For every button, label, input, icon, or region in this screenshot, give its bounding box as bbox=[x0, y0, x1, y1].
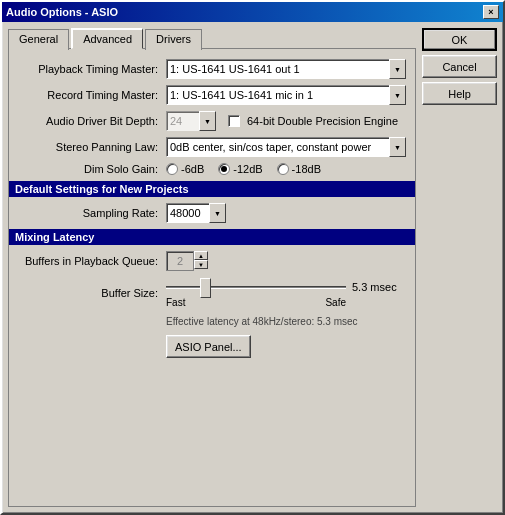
sampling-rate-row: Sampling Rate: 44100480008820096000 ▼ bbox=[17, 203, 407, 223]
dim-solo-neg18: -18dB bbox=[277, 163, 321, 175]
effective-latency-row: Effective latency at 48kHz/stereo: 5.3 m… bbox=[17, 314, 407, 327]
effective-latency-text: Effective latency at 48kHz/stereo: 5.3 m… bbox=[166, 316, 358, 327]
playback-timing-select-wrapper: 1: US-1641 US-1641 out 1 ▼ bbox=[166, 59, 406, 79]
dim-solo-neg6-radio[interactable] bbox=[166, 163, 178, 175]
dim-solo-neg18-label: -18dB bbox=[292, 163, 321, 175]
window-title: Audio Options - ASIO bbox=[6, 6, 118, 18]
buffers-queue-row: Buffers in Playback Queue: ▲ ▼ bbox=[17, 251, 407, 271]
record-timing-label: Record Timing Master: bbox=[17, 89, 162, 101]
mixing-latency-header: Mixing Latency bbox=[9, 229, 415, 245]
buffers-queue-spinbox: ▲ ▼ bbox=[166, 251, 208, 271]
dim-solo-neg12: -12dB bbox=[218, 163, 262, 175]
cancel-button[interactable]: Cancel bbox=[422, 55, 497, 78]
window-body: General Advanced Drivers Playback Timing… bbox=[2, 22, 503, 513]
buffers-queue-down-btn[interactable]: ▼ bbox=[194, 260, 208, 269]
precision-label: 64-bit Double Precision Engine bbox=[247, 115, 398, 127]
buffers-queue-label: Buffers in Playback Queue: bbox=[17, 255, 162, 267]
bit-depth-select-wrapper: 24 ▼ bbox=[166, 111, 216, 131]
default-settings-header: Default Settings for New Projects bbox=[9, 181, 415, 197]
dim-solo-label: Dim Solo Gain: bbox=[17, 163, 162, 175]
dim-solo-neg12-label: -12dB bbox=[233, 163, 262, 175]
asio-panel-row: ASIO Panel... bbox=[17, 335, 407, 358]
tab-bar: General Advanced Drivers bbox=[8, 28, 416, 49]
tab-general[interactable]: General bbox=[8, 29, 69, 50]
help-button[interactable]: Help bbox=[422, 82, 497, 105]
sampling-rate-select[interactable]: 44100480008820096000 bbox=[166, 203, 226, 223]
main-content: General Advanced Drivers Playback Timing… bbox=[8, 28, 416, 507]
dim-solo-row: Dim Solo Gain: -6dB -12dB -18dB bbox=[17, 163, 407, 175]
dim-solo-neg6-label: -6dB bbox=[181, 163, 204, 175]
title-bar: Audio Options - ASIO × bbox=[2, 2, 503, 22]
buffer-size-ms: 5.3 msec bbox=[352, 281, 397, 293]
stereo-panning-label: Stereo Panning Law: bbox=[17, 141, 162, 153]
buffer-size-slider-labels: Fast Safe bbox=[166, 297, 346, 308]
close-button[interactable]: × bbox=[483, 5, 499, 19]
buffer-size-slider-row: 5.3 msec bbox=[166, 277, 407, 297]
playback-timing-row: Playback Timing Master: 1: US-1641 US-16… bbox=[17, 59, 407, 79]
main-window: Audio Options - ASIO × General Advanced … bbox=[0, 0, 505, 515]
sampling-rate-select-wrapper: 44100480008820096000 ▼ bbox=[166, 203, 226, 223]
bit-depth-select[interactable]: 24 bbox=[166, 111, 216, 131]
record-timing-select-wrapper: 1: US-1641 US-1641 mic in 1 ▼ bbox=[166, 85, 406, 105]
buffer-size-slider[interactable] bbox=[166, 277, 346, 297]
ok-button[interactable]: OK bbox=[422, 28, 497, 51]
buffer-size-label: Buffer Size: bbox=[17, 287, 162, 299]
stereo-panning-select-wrapper: 0dB center, sin/cos taper, constant powe… bbox=[166, 137, 406, 157]
sampling-rate-label: Sampling Rate: bbox=[17, 207, 162, 219]
playback-timing-label: Playback Timing Master: bbox=[17, 63, 162, 75]
dim-solo-radio-group: -6dB -12dB -18dB bbox=[166, 163, 321, 175]
buffers-queue-spinbox-btns: ▲ ▼ bbox=[194, 251, 208, 271]
precision-checkbox[interactable] bbox=[228, 115, 240, 127]
record-timing-row: Record Timing Master: 1: US-1641 US-1641… bbox=[17, 85, 407, 105]
buffers-queue-up-btn[interactable]: ▲ bbox=[194, 251, 208, 260]
dim-solo-neg6: -6dB bbox=[166, 163, 204, 175]
dim-solo-neg18-radio[interactable] bbox=[277, 163, 289, 175]
bit-depth-row: Audio Driver Bit Depth: 24 ▼ 64-bit Doub… bbox=[17, 111, 407, 131]
asio-panel-button[interactable]: ASIO Panel... bbox=[166, 335, 251, 358]
dim-solo-neg12-radio[interactable] bbox=[218, 163, 230, 175]
tab-content: Playback Timing Master: 1: US-1641 US-16… bbox=[8, 48, 416, 507]
stereo-panning-row: Stereo Panning Law: 0dB center, sin/cos … bbox=[17, 137, 407, 157]
tab-advanced[interactable]: Advanced bbox=[71, 28, 143, 49]
stereo-panning-select[interactable]: 0dB center, sin/cos taper, constant powe… bbox=[166, 137, 406, 157]
record-timing-select[interactable]: 1: US-1641 US-1641 mic in 1 bbox=[166, 85, 406, 105]
buffer-size-safe-label: Safe bbox=[325, 297, 346, 308]
bit-depth-label: Audio Driver Bit Depth: bbox=[17, 115, 162, 127]
buffer-size-fast-label: Fast bbox=[166, 297, 185, 308]
tab-drivers[interactable]: Drivers bbox=[145, 29, 202, 50]
title-bar-text: Audio Options - ASIO bbox=[6, 6, 118, 18]
playback-timing-select[interactable]: 1: US-1641 US-1641 out 1 bbox=[166, 59, 406, 79]
buffer-size-row: Buffer Size: 5.3 msec Fast Safe bbox=[17, 277, 407, 308]
button-panel: OK Cancel Help bbox=[422, 28, 497, 507]
buffers-queue-input[interactable] bbox=[166, 251, 194, 271]
buffer-size-slider-container: 5.3 msec Fast Safe bbox=[166, 277, 407, 308]
